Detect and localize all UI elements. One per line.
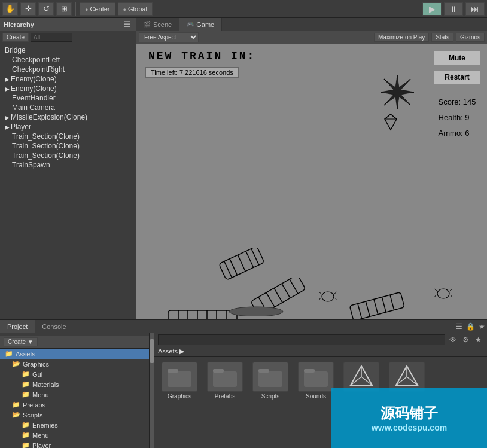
hand-tool-btn[interactable]: ✋ [2, 2, 18, 16]
enemy-sprite-1 [319, 289, 337, 304]
scripts-folder-icon: 📂 [12, 411, 20, 419]
tab-console[interactable]: Console [35, 320, 73, 333]
diamond-gem-icon [383, 113, 398, 131]
tree-item-assets[interactable]: 📁 Assets [0, 349, 149, 359]
svg-line-60 [396, 377, 407, 385]
svg-line-25 [374, 299, 378, 314]
bottom-panel-star-icon[interactable]: ★ [477, 322, 487, 331]
graphics-folder-thumb [162, 362, 197, 392]
svg-point-35 [322, 292, 334, 301]
svg-line-23 [358, 304, 362, 319]
bottom-tabs: Project Console ☰ 🔒 ★ [0, 320, 487, 333]
tree-item-enemies[interactable]: 📁 Enemies [0, 420, 149, 430]
svg-line-19 [274, 288, 282, 303]
hierarchy-item-eventhandler[interactable]: EventHandler [0, 93, 136, 103]
play-button[interactable]: ▶ [422, 2, 442, 16]
tree-item-scripts[interactable]: 📂 Scripts [0, 410, 149, 420]
gui-folder-icon: 📁 [22, 370, 30, 378]
watermark: 源码铺子 www.codespu.com [331, 388, 487, 448]
maximize-on-play-btn[interactable]: Maximize on Play [374, 33, 429, 42]
tree-item-graphics[interactable]: 📂 Graphics [0, 359, 149, 369]
step-button[interactable]: ⏭ [465, 2, 485, 16]
player-folder-icon: 📁 [22, 441, 30, 448]
tree-item-prefabs[interactable]: 📁 Prefabs [0, 400, 149, 410]
tab-project[interactable]: Project [0, 320, 35, 333]
time-left-bar: Time left: 7.221616 seconds [145, 67, 239, 78]
assets-search-input[interactable] [158, 334, 445, 345]
project-create-btn[interactable]: Create ▼ [4, 337, 38, 346]
svg-marker-6 [385, 114, 397, 130]
center-button[interactable]: ● Center [80, 2, 115, 16]
shuriken-icon [379, 74, 415, 110]
hierarchy-item-trainsection3[interactable]: Train_Section(Clone) [0, 151, 136, 160]
svg-line-20 [282, 284, 290, 298]
hierarchy-item-checkpointleft[interactable]: CheckpointLeft [0, 55, 136, 65]
file-tree-scrollbar[interactable] [150, 333, 154, 448]
hierarchy-item-enemy1[interactable]: ▶Enemy(Clone) [0, 74, 136, 84]
scripts-folder-thumb [252, 362, 288, 392]
game-ui: NEW TRAIN IN: Time left: 7.221616 second… [136, 44, 487, 319]
sounds-asset-label: Sounds [306, 393, 326, 400]
svg-line-36 [319, 292, 322, 294]
scale-tool-btn[interactable]: ⊞ [56, 2, 72, 16]
prefabs-folder-thumb [207, 362, 243, 392]
svg-line-27 [390, 295, 394, 310]
hierarchy-item-checkpointright[interactable]: CheckpointRight [0, 65, 136, 74]
hierarchy-create-btn[interactable]: Create [2, 33, 29, 42]
scene-tab-label: Scene [153, 21, 172, 28]
restart-button[interactable]: Restart [433, 69, 481, 85]
graphics-folder-icon: 📂 [12, 360, 20, 368]
svg-line-9 [391, 114, 397, 119]
hierarchy-item-enemy2[interactable]: ▶Enemy(Clone) [0, 84, 136, 93]
aspect-dropdown[interactable]: Free Aspect 16:9 4:3 [139, 32, 199, 42]
svg-rect-50 [258, 371, 282, 387]
hierarchy-item-trainsection2[interactable]: Train_Section(Clone) [0, 141, 136, 151]
bottom-panel-lock-icon[interactable]: 🔒 [464, 322, 477, 331]
assets-filter-icon[interactable]: ⚙ [461, 335, 471, 345]
main-layout: Hierarchy ☰ Create Bridge CheckpointLeft… [0, 18, 487, 319]
gizmos-btn[interactable]: Gizmos [456, 33, 485, 42]
svg-marker-5 [381, 75, 414, 109]
move-tool-btn[interactable]: ✛ [20, 2, 36, 16]
rotate-tool-btn[interactable]: ↺ [38, 2, 54, 16]
tree-item-menu2[interactable]: 📁 Menu [0, 430, 149, 440]
assets-star-icon[interactable]: ★ [473, 335, 483, 345]
hierarchy-menu-icon[interactable]: ☰ [122, 20, 132, 29]
asset-prefabs[interactable]: Prefabs [205, 362, 245, 400]
hierarchy-item-player[interactable]: ▶Player [0, 122, 136, 132]
train-sprite-3 [346, 289, 412, 319]
tree-item-materials[interactable]: 📁 Materials [0, 379, 149, 389]
hierarchy-item-maincamera[interactable]: Main Camera [0, 103, 136, 112]
tab-game[interactable]: 🎮 Game [179, 18, 222, 31]
tab-scene[interactable]: 🎬 Scene [136, 18, 179, 31]
sounds-folder-thumb [298, 362, 334, 392]
assets-folder-icon: 📁 [5, 350, 13, 358]
asset-sounds[interactable]: Sounds [296, 362, 336, 400]
hierarchy-item-trainsection1[interactable]: Train_Section(Clone) [0, 132, 136, 141]
scene-game-tabs: 🎬 Scene 🎮 Game [136, 18, 487, 31]
svg-line-61 [407, 377, 418, 385]
hierarchy-panel: Hierarchy ☰ Create Bridge CheckpointLeft… [0, 18, 136, 319]
tree-item-player[interactable]: 📁 Player [0, 440, 149, 448]
separator-1 [75, 2, 76, 16]
global-button[interactable]: ● Global [118, 2, 153, 16]
assets-eye-icon[interactable]: 👁 [448, 335, 458, 345]
hierarchy-item-trainspawn[interactable]: TrainSpawn [0, 160, 136, 170]
hierarchy-item-missileexplosion[interactable]: ▶MissileExplosion(Clone) [0, 112, 136, 122]
hierarchy-item-bridge[interactable]: Bridge [0, 45, 136, 55]
assets-path: Assets ▶ [154, 346, 487, 357]
asset-graphics[interactable]: Graphics [159, 362, 200, 400]
hierarchy-search-input[interactable] [31, 33, 72, 42]
tree-item-gui[interactable]: 📁 Gui [0, 369, 149, 379]
game-stats: Score: 145 Health: 9 Ammo: 6 [439, 95, 476, 141]
hierarchy-list: Bridge CheckpointLeft CheckpointRight ▶E… [0, 44, 136, 319]
mute-button[interactable]: Mute [433, 50, 481, 66]
stats-btn[interactable]: Stats [431, 33, 453, 42]
svg-rect-47 [168, 369, 178, 373]
bottom-panel-menu-icon[interactable]: ☰ [454, 322, 464, 331]
pause-button[interactable]: ⏸ [444, 2, 463, 16]
file-tree: Create ▼ 📁 Assets 📂 Graphics 📁 Gui 📁 Mat… [0, 333, 150, 448]
tree-item-menu[interactable]: 📁 Menu [0, 389, 149, 400]
graphics-asset-label: Graphics [168, 393, 191, 400]
asset-scripts[interactable]: Scripts [250, 362, 291, 400]
